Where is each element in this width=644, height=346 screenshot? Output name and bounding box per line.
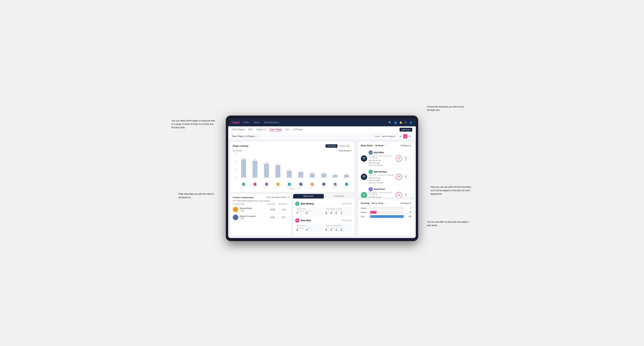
leaderboard-column-headers: PLAYER NAME PB SCORE PB AVG SQ (233, 203, 289, 205)
all-shots-tab[interactable]: All Shots (374, 144, 385, 147)
shot-badge: 200 SG (361, 155, 367, 162)
bar (252, 161, 258, 177)
bell-icon[interactable]: 🔔 (399, 121, 402, 124)
most-active-tab[interactable]: Most Active (293, 194, 324, 198)
shot-entry: 198 SG DF David Ford 24 Aug 2023 · Royal… (361, 186, 411, 198)
bar-group: 12 (250, 159, 260, 177)
avatar: EC (233, 215, 238, 220)
x-axis-title: Players (233, 188, 352, 190)
tab-hcaps[interactable]: Hcaps 1-5 (256, 128, 266, 131)
bar-group: 2 (342, 173, 352, 177)
practice-leaderboards-card: Practice Leaderboards PUTT Must Make Put… (230, 194, 292, 236)
total-rounds-block: Total Rounds Tournament 7 (295, 207, 323, 215)
scoring-bars: Eagles 3 Birdies (361, 207, 411, 218)
least-active-tab[interactable]: Least Active (324, 194, 354, 198)
chart-subtitle: On Course (233, 150, 242, 152)
player-info: EC Edward Crossman 🥈 2 (233, 215, 266, 220)
all-players-filter[interactable]: All Players ▾ (400, 144, 411, 147)
chevron-down-icon: ▾ (410, 144, 411, 147)
par-filter-tab[interactable]: Par 3, 4 & 5s (371, 202, 384, 205)
tab-team-clippd[interactable]: Team Clippd (269, 128, 282, 131)
tab-pgat-players[interactable]: PGAT Players (232, 128, 245, 131)
player-details: Richard Butler 🥇 1 (240, 207, 252, 212)
bar (310, 173, 315, 177)
practice-drills-toggle[interactable]: Practice Drills (338, 144, 352, 148)
scoring-row-birdies: Birdies 96 (361, 211, 411, 214)
shot-chevron-icon[interactable]: › (410, 194, 411, 197)
tab-pga[interactable]: PGA (248, 128, 253, 131)
x-label: BG. Billingham (296, 183, 306, 187)
activity-player-name: RB Rees Britt (295, 218, 311, 223)
tablet-screen: clippd Home Teams My Performance 🔍 👥 🔔 ⊕… (228, 119, 416, 238)
pars-bar (370, 215, 404, 218)
tab-tour[interactable]: Tour (285, 128, 289, 131)
nav-my-performance[interactable]: My Performance (264, 121, 279, 124)
practice-activities-block: Total Practice Activities GTT 0 (324, 207, 352, 215)
plus-circle-icon[interactable]: ⊕ (405, 121, 407, 124)
shot-player-name: DF David Ford (368, 187, 394, 191)
user-icon[interactable]: 👤 (409, 121, 412, 124)
x-label: CE. Crossman (330, 183, 340, 187)
scoring-all-players-filter[interactable]: All Players ▾ (400, 202, 411, 204)
pb-avg: 110 (278, 208, 289, 211)
grid-view-icon[interactable]: ⊞ (398, 134, 402, 138)
right-column: Best Shots All Shots ▾ All Players ▾ (356, 140, 416, 238)
shot-chevron-icon[interactable]: › (410, 157, 411, 160)
pars-value: 499 (405, 215, 411, 217)
edit-icon[interactable]: ✏ (256, 135, 258, 138)
left-column: Player Activity On Course Practice Drill… (228, 140, 356, 238)
shot-stat-dist: 67 yds (396, 155, 402, 162)
chevron-down-icon: ▾ (288, 196, 289, 198)
avatar: DF (368, 187, 373, 191)
activity-date: 02 Sep 2023 (342, 219, 352, 221)
player-activity-header: Player Activity On Course Practice Drill… (233, 144, 352, 148)
shot-stat-zero: 0 yds (403, 174, 409, 180)
player-rank: 🥈 2 (240, 218, 256, 220)
player-name: Richard Butler (240, 207, 252, 209)
birdies-value: 96 (405, 211, 411, 213)
time-filter-select[interactable]: Last 3 months ▾ (382, 135, 396, 138)
total-rounds-block: Total Rounds Tournament 8 (295, 224, 323, 232)
eagles-bar (370, 207, 404, 209)
activity-player-header: RB Rees Britt 02 Sep 2023 (295, 218, 352, 223)
eagles-label: Eagles (361, 207, 369, 209)
nav-teams[interactable]: Teams (254, 121, 260, 124)
player-rank: 🥇 1 (240, 210, 252, 212)
bar (287, 171, 292, 177)
shot-chevron-icon[interactable]: › (410, 175, 411, 178)
bar (241, 159, 246, 177)
player-name: Blair McHarg (301, 202, 314, 205)
bar-group: 10 (261, 162, 272, 177)
people-icon[interactable]: 👥 (394, 121, 397, 124)
x-label: BR. Britt (250, 183, 260, 187)
shot-details: Shot Dist: 16 ydsStart Lie: RoughEnd Lie… (368, 196, 394, 198)
chevron-down-icon: ▾ (394, 135, 396, 138)
x-label: RL. Robertson (342, 183, 352, 187)
add-team-button[interactable]: Add Team (400, 128, 412, 132)
x-label: MM. Miller (318, 183, 329, 187)
shot-badge: 200 SG (361, 174, 367, 180)
activity-player-card: RB Rees Britt 02 Sep 2023 Total Rounds (295, 217, 352, 234)
nav-home[interactable]: Home (244, 121, 249, 124)
sub-navigation: PGAT Players PGA Hcaps 1-5 Team Clippd T… (228, 126, 416, 133)
list-view-icon[interactable]: ☰ (408, 134, 412, 138)
annotation-filter-player: You can also filter to show just one pla… (427, 220, 472, 227)
tab-all-players[interactable]: All Players (293, 128, 303, 131)
x-label: CJ. Coles (273, 183, 283, 187)
best-shots-card: Best Shots All Shots ▾ All Players ▾ (358, 142, 414, 198)
chart-filter-select[interactable]: Total Rounds ▾ (339, 150, 352, 152)
leaderboard-filter[interactable]: PUTT Must Make Putting... ▾ (266, 196, 289, 198)
leaderboard-row: RB Richard Butler 🥇 1 19/20 (233, 206, 289, 213)
shot-entry: 200 SG MM Matt Miller 09 Jun 2023 · Roya… (361, 149, 411, 168)
avatar: BM (295, 202, 300, 206)
avatar: BM (368, 170, 373, 174)
on-course-toggle[interactable]: On Course (326, 144, 338, 148)
card-view-icon[interactable]: ♥ (403, 134, 408, 138)
best-shots-title: Best Shots (361, 144, 373, 147)
bar (321, 173, 326, 177)
shot-stats: 16 yds 0 yds (396, 192, 409, 197)
scoring-row-pars: Pars 499 (361, 215, 411, 218)
activity-player-card: BM Blair McHarg 26 Aug 2023 Total Rounds (295, 200, 352, 217)
shot-player-info: DF David Ford 24 Aug 2023 · Royal North … (368, 187, 394, 198)
search-icon[interactable]: 🔍 (388, 121, 392, 124)
